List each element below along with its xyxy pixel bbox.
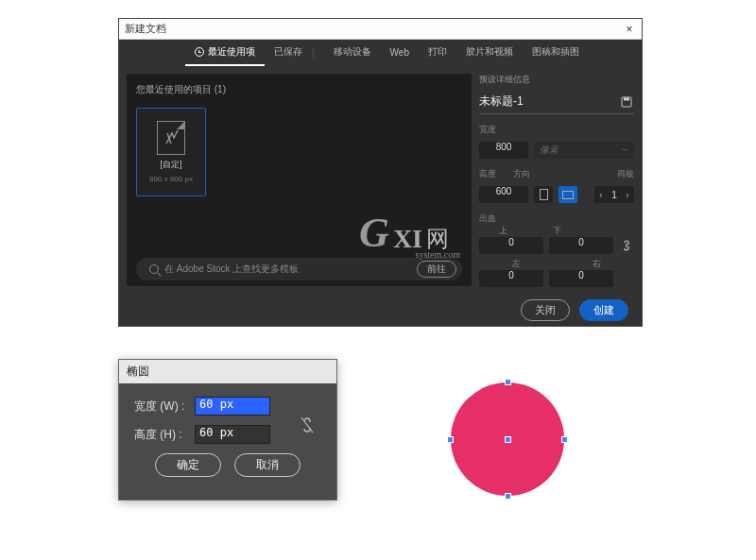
tab-art[interactable]: 图稿和插图 (523, 40, 589, 66)
chevron-down-icon: ﹀ (621, 145, 628, 156)
ellipse-width-input[interactable]: 60 px (195, 397, 270, 416)
selection-handle-right[interactable] (562, 437, 567, 442)
tab-web[interactable]: Web (381, 40, 419, 66)
tab-print-label: 打印 (428, 45, 447, 59)
doc-name-row: 未标题-1 (479, 92, 634, 114)
clock-icon (195, 47, 204, 57)
tab-saved-label: 已保存 (274, 45, 302, 59)
tab-saved[interactable]: 已保存| (265, 40, 324, 66)
artboards-label: 画板 (617, 168, 634, 180)
tab-print[interactable]: 打印 (419, 40, 456, 66)
bleed-bottom-input[interactable]: 0 (549, 237, 613, 254)
preset-size: 800 x 600 px (149, 175, 193, 183)
artboard-stepper[interactable]: ‹ 1 › (594, 186, 634, 203)
tab-art-label: 图稿和插图 (532, 45, 579, 59)
unit-value: 像素 (540, 144, 558, 157)
bleed-left-label: 左 (479, 258, 554, 270)
ellipse-height-label: 高度 (H) : (134, 427, 189, 443)
stock-search[interactable]: 在 Adobe Stock 上查找更多模板 (149, 263, 299, 276)
tab-video[interactable]: 胶片和视频 (456, 40, 523, 66)
close-icon[interactable]: × (623, 23, 636, 36)
orientation-label: 方向 (513, 168, 530, 180)
ellipse-cancel-button[interactable]: 取消 (234, 453, 301, 477)
canvas-selection (439, 382, 581, 524)
watermark-net: 网 (426, 224, 449, 254)
constrain-proportions-icon[interactable] (297, 416, 318, 436)
document-icon (157, 121, 185, 155)
orientation-landscape[interactable] (558, 186, 577, 203)
dialog-footer: 关闭 创建 (119, 294, 642, 326)
preset-grid: [自定] 800 x 600 px (136, 108, 462, 196)
stock-go-button[interactable]: 前往 (417, 261, 456, 278)
watermark: G XI 网 system.com (359, 212, 449, 254)
dialog-body: 您最近使用的项目 (1) [自定] 800 x 600 px G XI 网 (119, 66, 642, 294)
width-label: 宽度 (479, 124, 634, 136)
svg-rect-1 (624, 97, 629, 100)
titlebar: 新建文档 × (119, 19, 642, 40)
dialog-title: 新建文档 (125, 22, 166, 36)
height-label: 高度 (479, 168, 496, 180)
stepper-down-icon[interactable]: ‹ (594, 190, 608, 200)
ellipse-height-input[interactable]: 60 px (195, 425, 270, 444)
save-preset-icon[interactable] (619, 94, 634, 110)
category-tabs: 最近使用项 已保存| 移动设备 Web 打印 胶片和视频 图稿和插图 (119, 40, 642, 66)
ellipse-dialog: 椭圆 宽度 (W) : 60 px 高度 (H) : 60 px 确定 取消 (118, 359, 337, 501)
selection-handle-center[interactable] (506, 437, 510, 442)
ellipse-ok-button[interactable]: 确定 (155, 453, 221, 477)
recent-pane: 您最近使用的项目 (1) [自定] 800 x 600 px G XI 网 (127, 74, 472, 286)
bleed-label: 出血 (479, 212, 634, 225)
preset-custom[interactable]: [自定] 800 x 600 px (136, 108, 206, 196)
close-button[interactable]: 关闭 (521, 299, 570, 321)
bleed-top-input[interactable]: 0 (479, 237, 543, 254)
ellipse-buttons: 确定 取消 (134, 453, 321, 477)
watermark-g: G (359, 212, 389, 254)
tab-mobile[interactable]: 移动设备 (324, 40, 381, 66)
preset-title: [自定] (160, 159, 181, 171)
bleed-top-label: 上 (479, 225, 527, 237)
panel-heading: 预设详细信息 (479, 74, 634, 86)
preset-details-panel: 预设详细信息 未标题-1 宽度 800 像素 ﹀ 高度 方向 画板 (479, 74, 634, 286)
document-name-input[interactable]: 未标题-1 (479, 93, 613, 110)
new-document-dialog: 新建文档 × 最近使用项 已保存| 移动设备 Web 打印 胶片和视频 图稿和插… (118, 18, 643, 327)
bleed-section: 出血 上 下 0 0 左 右 0 (479, 209, 634, 287)
watermark-xi: XI (393, 224, 422, 254)
unit-dropdown[interactable]: 像素 ﹀ (534, 142, 634, 159)
selection-handle-bottom[interactable] (506, 494, 510, 499)
search-icon (149, 264, 159, 274)
bleed-bottom-label: 下 (533, 225, 581, 237)
bleed-right-input[interactable]: 0 (549, 270, 613, 287)
tab-mobile-label: 移动设备 (334, 45, 371, 59)
tab-web-label: Web (390, 47, 409, 58)
stock-search-bar: 在 Adobe Stock 上查找更多模板 前往 (136, 258, 462, 280)
selection-handle-left[interactable] (448, 437, 453, 442)
bleed-right-label: 右 (559, 258, 634, 270)
create-button[interactable]: 创建 (579, 299, 628, 321)
ellipse-width-label: 宽度 (W) : (134, 399, 189, 415)
width-input[interactable]: 800 (479, 142, 528, 159)
tab-video-label: 胶片和视频 (466, 45, 513, 59)
height-input[interactable]: 600 (479, 186, 528, 203)
artboard-count: 1 (608, 190, 621, 200)
stock-placeholder: 在 Adobe Stock 上查找更多模板 (164, 263, 299, 276)
ellipse-title: 椭圆 (119, 360, 336, 383)
selection-handle-top[interactable] (506, 380, 510, 384)
stepper-up-icon[interactable]: › (621, 190, 634, 200)
orientation-portrait[interactable] (534, 186, 553, 203)
tab-recent-label: 最近使用项 (208, 45, 255, 59)
bleed-link-icon[interactable] (619, 239, 634, 252)
svg-line-2 (301, 417, 313, 433)
tab-recent[interactable]: 最近使用项 (185, 40, 265, 66)
recent-heading: 您最近使用的项目 (1) (136, 83, 462, 96)
bleed-left-input[interactable]: 0 (479, 270, 543, 287)
